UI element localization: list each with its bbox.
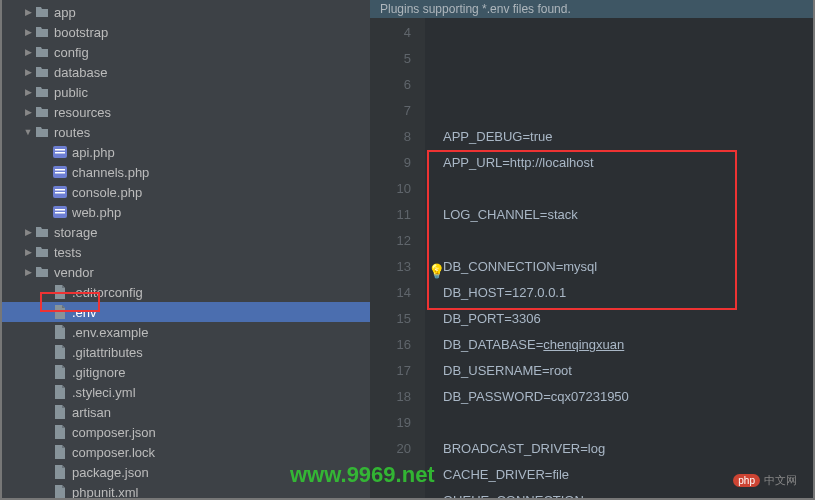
tree-item-web-php[interactable]: web.php [2,202,370,222]
folder-icon [34,244,50,260]
code-line[interactable]: DB_PORT=3306 [443,306,813,332]
tree-item-phpunit-xml[interactable]: phpunit.xml [2,482,370,498]
tree-item-tests[interactable]: ▶tests [2,242,370,262]
tree-item--env-example[interactable]: .env.example [2,322,370,342]
editor-pane: Plugins supporting *.env files found. 45… [370,0,813,498]
code-line[interactable] [443,176,813,202]
tree-item-label: .env.example [72,325,148,340]
expand-arrow-icon[interactable]: ▶ [22,7,34,17]
tree-item-package-json[interactable]: package.json [2,462,370,482]
code-line[interactable]: DB_DATABASE=chenqingxuan [443,332,813,358]
tree-item-database[interactable]: ▶database [2,62,370,82]
tree-item-label: vendor [54,265,94,280]
tree-item--env[interactable]: .env [2,302,370,322]
expand-arrow-icon[interactable]: ▼ [22,127,34,137]
code-line[interactable]: DB_PASSWORD=cqx07231950 [443,384,813,410]
file-icon [52,364,68,380]
expand-arrow-icon[interactable]: ▶ [22,267,34,277]
tree-item-label: resources [54,105,111,120]
expand-arrow-icon[interactable]: ▶ [22,247,34,257]
code-line[interactable]: APP_URL=http://localhost [443,150,813,176]
tree-item-label: phpunit.xml [72,485,138,499]
plugin-banner[interactable]: Plugins supporting *.env files found. [370,0,813,18]
tree-item-label: api.php [72,145,115,160]
code-line[interactable]: DB_CONNECTION=mysql [443,254,813,280]
expand-arrow-icon[interactable]: ▶ [22,227,34,237]
file-icon [52,344,68,360]
folder-icon [34,4,50,20]
code-line[interactable]: CACHE_DRIVER=file [443,462,813,488]
php-icon [52,184,68,200]
tree-item-label: web.php [72,205,121,220]
tree-item-composer-lock[interactable]: composer.lock [2,442,370,462]
tree-item-channels-php[interactable]: channels.php [2,162,370,182]
line-gutter: 4567891011121314151617181920 [370,18,425,500]
tree-item-console-php[interactable]: console.php [2,182,370,202]
code-line[interactable]: BROADCAST_DRIVER=log [443,436,813,462]
svg-rect-2 [55,152,65,154]
expand-arrow-icon[interactable]: ▶ [22,27,34,37]
tree-item--editorconfig[interactable]: .editorconfig [2,282,370,302]
tree-item-resources[interactable]: ▶resources [2,102,370,122]
expand-arrow-icon[interactable]: ▶ [22,47,34,57]
file-icon [52,464,68,480]
expand-arrow-icon[interactable]: ▶ [22,67,34,77]
tree-item-label: .gitattributes [72,345,143,360]
folder-icon [34,104,50,120]
svg-rect-1 [55,149,65,151]
svg-rect-10 [55,209,65,211]
intention-bulb-icon[interactable]: 💡 [428,258,445,284]
tree-item-label: app [54,5,76,20]
folder-icon [34,44,50,60]
code-line[interactable] [443,228,813,254]
tree-item-label: public [54,85,88,100]
file-icon [52,384,68,400]
tree-item-label: routes [54,125,90,140]
code-line[interactable] [443,410,813,436]
tree-item-config[interactable]: ▶config [2,42,370,62]
tree-item-label: bootstrap [54,25,108,40]
code-area[interactable]: 4567891011121314151617181920 💡 APP_DEBUG… [370,18,813,500]
code-line[interactable]: LOG_CHANNEL=stack [443,202,813,228]
svg-rect-11 [55,212,65,214]
tree-item--gitignore[interactable]: .gitignore [2,362,370,382]
tree-item-bootstrap[interactable]: ▶bootstrap [2,22,370,42]
tree-item-api-php[interactable]: api.php [2,142,370,162]
tree-item-label: artisan [72,405,111,420]
tree-item-routes[interactable]: ▼routes [2,122,370,142]
tree-item-label: database [54,65,108,80]
project-tree[interactable]: ▶app▶bootstrap▶config▶database▶public▶re… [2,0,370,498]
tree-item-label: .editorconfig [72,285,143,300]
svg-rect-8 [55,192,65,194]
php-icon [52,164,68,180]
folder-icon [34,124,50,140]
folder-icon [34,264,50,280]
code-content[interactable]: 💡 APP_DEBUG=trueAPP_URL=http://localhost… [425,18,813,500]
file-icon [52,284,68,300]
file-icon [52,404,68,420]
svg-rect-7 [55,189,65,191]
file-icon [52,484,68,498]
php-icon [52,204,68,220]
tree-item-artisan[interactable]: artisan [2,402,370,422]
code-line[interactable]: DB_USERNAME=root [443,358,813,384]
expand-arrow-icon[interactable]: ▶ [22,107,34,117]
code-line[interactable]: APP_DEBUG=true [443,124,813,150]
tree-item-app[interactable]: ▶app [2,2,370,22]
tree-item-composer-json[interactable]: composer.json [2,422,370,442]
tree-item--styleci-yml[interactable]: .styleci.yml [2,382,370,402]
tree-item-label: console.php [72,185,142,200]
tree-item--gitattributes[interactable]: .gitattributes [2,342,370,362]
tree-item-storage[interactable]: ▶storage [2,222,370,242]
file-icon [52,304,68,320]
tree-item-label: .styleci.yml [72,385,136,400]
code-line[interactable]: QUEUE_CONNECTION=sync [443,488,813,500]
code-line[interactable]: DB_HOST=127.0.0.1 [443,280,813,306]
svg-rect-4 [55,169,65,171]
expand-arrow-icon[interactable]: ▶ [22,87,34,97]
file-icon [52,424,68,440]
svg-rect-5 [55,172,65,174]
tree-item-vendor[interactable]: ▶vendor [2,262,370,282]
file-icon [52,324,68,340]
tree-item-public[interactable]: ▶public [2,82,370,102]
